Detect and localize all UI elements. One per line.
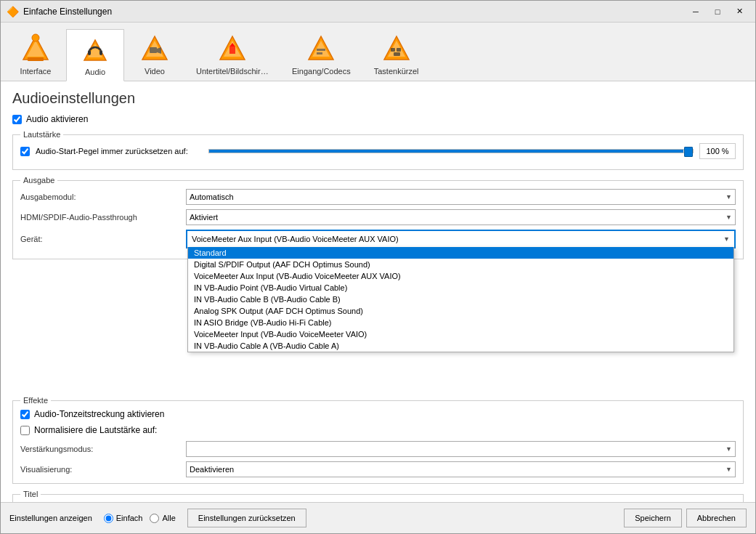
ausgabemodul-select[interactable]: Automatisch ▼ bbox=[186, 189, 736, 205]
dropdown-item-1[interactable]: Digital S/PDIF Output (AAF DCH Optimus S… bbox=[188, 259, 733, 270]
title-bar-buttons: ─ □ ✕ bbox=[686, 4, 749, 20]
geraet-label: Gerät: bbox=[20, 235, 180, 243]
verstaerkung-row: Verstärkungsmodus: ▼ bbox=[20, 441, 736, 457]
tonzeit-label: Audio-Tonzeitstreckung aktivieren bbox=[34, 409, 164, 419]
hotkeys-tab-icon bbox=[381, 33, 412, 64]
close-button[interactable]: ✕ bbox=[729, 4, 749, 20]
audio-enable-row: Audio aktivieren bbox=[12, 114, 744, 124]
volume-slider-fill bbox=[209, 150, 683, 153]
ausgabe-group: Ausgabe Ausgabemodul: Automatisch ▼ HDMI… bbox=[12, 176, 744, 259]
maximize-button[interactable]: □ bbox=[707, 4, 728, 20]
audio-start-label: Audio-Start-Pegel immer zurücksetzen auf… bbox=[36, 147, 203, 155]
radio-simple-text: Einfach bbox=[116, 514, 143, 522]
window-title: Einfache Einstellungen bbox=[23, 7, 112, 17]
radio-all-text: Alle bbox=[162, 514, 175, 522]
save-button[interactable]: Speichern bbox=[624, 509, 682, 527]
dropdown-item-0[interactable]: Standard bbox=[188, 247, 733, 259]
settings-radio-group: Einfach Alle bbox=[104, 514, 176, 523]
ausgabe-legend: Ausgabe bbox=[20, 176, 57, 185]
tab-audio[interactable]: Audio bbox=[66, 29, 124, 81]
geraet-row: Gerät: VoiceMeeter Aux Input (VB-Audio V… bbox=[20, 230, 736, 248]
codecs-tab-icon bbox=[306, 33, 336, 64]
reset-button[interactable]: Einstellungen zurücksetzen bbox=[187, 509, 306, 527]
tab-video[interactable]: Video bbox=[126, 28, 184, 81]
dropdown-item-6[interactable]: IN ASIO Bridge (VB-Audio Hi-Fi Cable) bbox=[188, 317, 733, 328]
dropdown-item-2[interactable]: VoiceMeeter Aux Input (VB-Audio VoiceMee… bbox=[188, 270, 733, 282]
titel-group: Titel Bevorzugte Audiosprache: Gespielte… bbox=[12, 490, 744, 502]
radio-all-label: Alle bbox=[150, 514, 175, 523]
geraet-dropdown-list: Standard Digital S/PDIF Output (AAF DCH … bbox=[187, 247, 734, 352]
svg-rect-1 bbox=[28, 57, 44, 61]
subtitles-tab-icon bbox=[217, 33, 248, 64]
normalize-row: Normalisiere die Lautstärke auf: bbox=[20, 425, 736, 435]
tab-hotkeys-label: Tastenkürzel bbox=[374, 67, 419, 76]
tab-audio-label: Audio bbox=[85, 68, 105, 76]
radio-simple-label: Einfach bbox=[104, 514, 143, 523]
effekte-group: Effekte Audio-Tonzeitstreckung aktiviere… bbox=[12, 396, 744, 484]
volume-slider-thumb[interactable] bbox=[684, 147, 693, 157]
tab-video-label: Video bbox=[145, 67, 165, 76]
svg-rect-22 bbox=[391, 48, 395, 52]
tab-interface-label: Interface bbox=[20, 67, 52, 76]
title-bar: 🔶 Einfache Einstellungen ─ □ ✕ bbox=[1, 1, 755, 23]
tab-subtitles[interactable]: Untertitel/Bildschirmanzeige bbox=[185, 28, 280, 81]
volume-slider-track[interactable] bbox=[208, 149, 694, 153]
effekte-legend: Effekte bbox=[20, 396, 51, 405]
normalize-checkbox[interactable] bbox=[20, 426, 30, 435]
dropdown-item-3[interactable]: IN VB-Audio Point (VB-Audio Virtual Cabl… bbox=[188, 282, 733, 294]
visualisierung-select[interactable]: Deaktivieren ▼ bbox=[186, 461, 736, 477]
tab-codecs[interactable]: Eingang/Codecs bbox=[281, 28, 362, 81]
dropdown-item-5[interactable]: Analog SPK Output (AAF DCH Optimus Sound… bbox=[188, 305, 733, 317]
audio-start-checkbox[interactable] bbox=[20, 147, 30, 156]
ausgabemodul-value: Automatisch bbox=[190, 193, 234, 201]
tab-bar: Interface Audio bbox=[1, 23, 755, 81]
tab-interface[interactable]: Interface bbox=[7, 28, 65, 81]
radio-all[interactable] bbox=[150, 514, 159, 523]
visualisierung-row: Visualisierung: Deaktivieren ▼ bbox=[20, 461, 736, 477]
svg-rect-24 bbox=[394, 52, 400, 56]
visualisierung-label: Visualisierung: bbox=[20, 465, 180, 474]
hdmi-row: HDMI/SPDIF-Audio-Passthrough Aktiviert ▼ bbox=[20, 209, 736, 225]
tab-codecs-label: Eingang/Codecs bbox=[292, 67, 351, 76]
svg-rect-14 bbox=[229, 46, 235, 54]
tonzeit-checkbox[interactable] bbox=[20, 410, 30, 419]
hdmi-select[interactable]: Aktiviert ▼ bbox=[186, 209, 736, 225]
audio-enable-checkbox[interactable] bbox=[12, 115, 22, 124]
volume-slider-container: 100 % bbox=[208, 143, 736, 159]
audio-tab-icon bbox=[80, 34, 110, 65]
dropdown-item-7[interactable]: VoiceMeeter Input (VB-Audio VoiceMeeter … bbox=[188, 328, 733, 340]
svg-point-3 bbox=[32, 34, 39, 41]
svg-rect-10 bbox=[150, 47, 157, 53]
hdmi-value: Aktiviert bbox=[190, 213, 218, 222]
audio-start-row: Audio-Start-Pegel immer zurücksetzen auf… bbox=[20, 143, 736, 159]
hdmi-label: HDMI/SPDIF-Audio-Passthrough bbox=[20, 213, 180, 222]
minimize-button[interactable]: ─ bbox=[686, 4, 706, 20]
volume-percent: 100 % bbox=[699, 143, 736, 159]
verstaerkung-select[interactable]: ▼ bbox=[186, 441, 736, 457]
svg-rect-19 bbox=[317, 52, 322, 54]
geraet-select[interactable]: VoiceMeeter Aux Input (VB-Audio VoiceMee… bbox=[186, 230, 736, 248]
verstaerkung-arrow-icon: ▼ bbox=[725, 445, 732, 453]
tab-hotkeys[interactable]: Tastenkürzel bbox=[363, 28, 430, 81]
ausgabemodul-arrow-icon: ▼ bbox=[725, 193, 732, 201]
geraet-arrow-icon: ▼ bbox=[723, 235, 730, 243]
lautstaerke-group: Lautstärke Audio-Start-Pegel immer zurüc… bbox=[12, 130, 744, 170]
title-bar-left: 🔶 Einfache Einstellungen bbox=[7, 6, 112, 17]
page-title: Audioeinstellungen bbox=[12, 90, 744, 107]
main-content: Audioeinstellungen Audio aktivieren Laut… bbox=[1, 81, 755, 502]
hdmi-arrow-icon: ▼ bbox=[725, 214, 732, 221]
bottom-left: Einstellungen anzeigen Einfach Alle Eins… bbox=[9, 509, 306, 527]
verstaerkung-label: Verstärkungsmodus: bbox=[20, 445, 180, 453]
ausgabemodul-label: Ausgabemodul: bbox=[20, 193, 180, 201]
visualisierung-value: Deaktivieren bbox=[190, 465, 234, 474]
dropdown-item-8[interactable]: IN VB-Audio Cable A (VB-Audio Cable A) bbox=[188, 340, 733, 352]
audio-enable-label: Audio aktivieren bbox=[26, 114, 88, 124]
normalize-label: Normalisiere die Lautstärke auf: bbox=[34, 425, 157, 435]
show-settings-label: Einstellungen anzeigen bbox=[9, 514, 92, 522]
radio-simple[interactable] bbox=[104, 514, 113, 523]
geraet-select-header: VoiceMeeter Aux Input (VB-Audio VoiceMee… bbox=[187, 231, 734, 247]
video-tab-icon bbox=[139, 33, 170, 64]
cancel-button[interactable]: Abbrechen bbox=[686, 509, 747, 527]
lautstaerke-legend: Lautstärke bbox=[20, 130, 63, 139]
dropdown-item-4[interactable]: IN VB-Audio Cable B (VB-Audio Cable B) bbox=[188, 294, 733, 305]
